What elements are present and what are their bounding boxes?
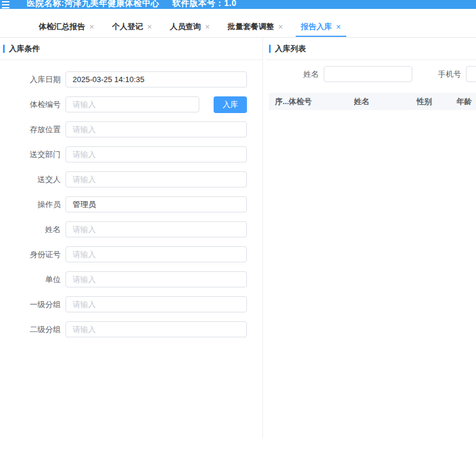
column-header-5: 年龄: [456, 96, 476, 107]
form-field-row: 送交人: [0, 171, 247, 187]
field-input-10[interactable]: [65, 296, 247, 312]
form-field-row: 单位: [0, 271, 247, 287]
title-accent-bar: [3, 45, 5, 53]
app-header: 医院名称:菏泽九美年健康体检中心软件版本号：1.0: [0, 0, 476, 9]
entry-list-panel: 入库列表 姓名 手机号 序...体检号姓名性别年龄: [266, 38, 476, 438]
field-input-4[interactable]: [65, 146, 247, 162]
tab-2[interactable]: 个人登记×: [107, 17, 157, 37]
field-input-2[interactable]: [65, 96, 199, 112]
entry-condition-header: 入库条件: [0, 38, 262, 60]
entry-list-title: 入库列表: [275, 43, 306, 54]
column-header-3: 姓名: [354, 96, 416, 107]
field-label: 存放位置: [0, 124, 65, 135]
tab-close-icon[interactable]: ×: [278, 23, 283, 31]
field-input-3[interactable]: [65, 121, 247, 137]
tab-label: 报告入库: [301, 21, 332, 32]
field-input-6[interactable]: [65, 196, 247, 212]
list-table-header: 序...体检号姓名性别年龄: [269, 93, 476, 110]
tab-close-icon[interactable]: ×: [205, 23, 209, 31]
tab-5[interactable]: 报告入库×: [296, 17, 346, 37]
name-filter-input[interactable]: [324, 66, 412, 82]
tab-3[interactable]: 人员查询×: [164, 17, 215, 37]
field-input-7[interactable]: [65, 221, 247, 237]
hospital-name-label: 医院名称:菏泽九美年健康体检中心: [27, 0, 159, 8]
field-label: 二级分组: [0, 324, 65, 335]
tab-close-icon[interactable]: ×: [336, 23, 341, 31]
column-header-4: 性别: [416, 96, 456, 107]
field-label: 单位: [0, 274, 65, 285]
form-field-row: 二级分组: [0, 321, 247, 337]
field-input-8[interactable]: [65, 246, 247, 262]
phone-filter-label: 手机号: [412, 69, 461, 80]
entry-form: 入库日期体检编号入库存放位置送交部门送交人操作员姓名身份证号单位一级分组二级分组: [0, 71, 262, 337]
form-field-row: 入库日期: [0, 71, 247, 87]
panel-divider: [262, 38, 263, 438]
column-header-1: 序...: [275, 96, 289, 107]
entry-condition-title: 入库条件: [9, 43, 40, 54]
field-label: 送交部门: [0, 149, 65, 160]
field-label: 入库日期: [0, 74, 65, 85]
field-label: 体检编号: [0, 99, 65, 110]
tab-bar: 体检汇总报告×个人登记×人员查询×批量套餐调整×报告入库×: [0, 9, 476, 37]
field-label: 姓名: [0, 224, 65, 235]
content-area: 入库条件 入库日期体检编号入库存放位置送交部门送交人操作员姓名身份证号单位一级分…: [0, 37, 476, 438]
field-input-1[interactable]: [65, 71, 247, 87]
field-label: 身份证号: [0, 249, 65, 260]
field-label: 操作员: [0, 199, 65, 210]
app-window: 医院名称:菏泽九美年健康体检中心软件版本号：1.0 体检汇总报告×个人登记×人员…: [0, 0, 476, 476]
form-field-row: 姓名: [0, 221, 247, 237]
field-label: 一级分组: [0, 299, 65, 310]
field-label: 送交人: [0, 174, 65, 185]
name-filter-label: 姓名: [266, 69, 319, 80]
tab-4[interactable]: 批量套餐调整×: [223, 17, 289, 37]
tab-label: 个人登记: [112, 21, 143, 32]
software-version-label: 软件版本号：1.0: [173, 0, 237, 8]
tab-1[interactable]: 体检汇总报告×: [33, 17, 99, 37]
field-input-9[interactable]: [65, 271, 247, 287]
tab-label: 人员查询: [170, 21, 201, 32]
form-field-row: 体检编号入库: [0, 96, 247, 112]
submit-entry-button[interactable]: 入库: [214, 96, 247, 113]
tab-label: 批量套餐调整: [228, 21, 274, 32]
entry-condition-panel: 入库条件 入库日期体检编号入库存放位置送交部门送交人操作员姓名身份证号单位一级分…: [0, 38, 262, 438]
tab-close-icon[interactable]: ×: [147, 23, 152, 31]
phone-filter-input[interactable]: [466, 66, 476, 82]
form-field-row: 身份证号: [0, 246, 247, 262]
form-field-row: 一级分组: [0, 296, 247, 312]
field-input-5[interactable]: [65, 171, 247, 187]
title-accent-bar: [269, 45, 271, 53]
tab-close-icon[interactable]: ×: [89, 23, 94, 31]
list-filter-row: 姓名 手机号: [266, 66, 476, 82]
form-field-row: 操作员: [0, 196, 247, 212]
entry-list-header: 入库列表: [266, 38, 476, 60]
tab-label: 体检汇总报告: [39, 21, 85, 32]
hamburger-menu-icon[interactable]: [2, 1, 10, 9]
form-field-row: 送交部门: [0, 146, 247, 162]
form-field-row: 存放位置: [0, 121, 247, 137]
column-header-2: 体检号: [289, 96, 354, 107]
app-header-text: 医院名称:菏泽九美年健康体检中心软件版本号：1.0: [27, 0, 237, 8]
field-input-11[interactable]: [65, 321, 247, 337]
